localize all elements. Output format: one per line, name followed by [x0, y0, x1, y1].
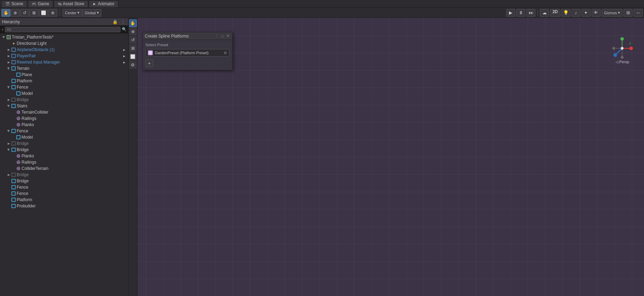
- terrain-cube-icon: [11, 66, 16, 71]
- global-arrow-icon: ▾: [97, 10, 99, 15]
- tree-item-planks1[interactable]: ▶ Planks: [0, 122, 128, 128]
- tree-item-fence1[interactable]: ▶ Fence: [0, 84, 128, 90]
- tree-item-railings2[interactable]: ▶ Railings: [0, 159, 128, 165]
- tree-item-bridge-gray1[interactable]: ▶ Bridge: [0, 97, 128, 103]
- tree-item-platform1[interactable]: ▶ Platform: [0, 78, 128, 84]
- tab-animator[interactable]: ► Animator: [89, 0, 118, 7]
- tree-item-bridge-gray3[interactable]: ▶ Bridge: [0, 172, 128, 178]
- scene-view[interactable]: ✋ ⊕ ↺ ⊞ ⬜ ⚙ Create Spline Platforms ⋮ □ …: [128, 18, 644, 296]
- hierarchy-search-icon[interactable]: 🔍: [122, 27, 127, 32]
- dialog-add-button[interactable]: +: [145, 59, 153, 67]
- pivot-toggle[interactable]: Center ▾: [62, 9, 82, 17]
- hierarchy-tree: ▶ Tristan_PlatformTests* ▶ ☀ Directional…: [0, 33, 128, 296]
- bridge1-arrow-icon: ▶: [7, 147, 10, 152]
- tree-item-tristan[interactable]: ▶ Tristan_PlatformTests*: [0, 34, 128, 40]
- fence4-label: Fence: [17, 191, 28, 196]
- tree-item-bridge1[interactable]: ▶ Bridge: [0, 147, 128, 153]
- lightbulb-btn[interactable]: 💡: [561, 9, 570, 17]
- game-tab-label: Game: [38, 1, 49, 6]
- tree-item-rewired[interactable]: ▶ Rewired Input Manager ►: [0, 59, 128, 65]
- tree-item-model2[interactable]: ▶ Model: [0, 134, 128, 140]
- svg-rect-11: [12, 104, 15, 108]
- tree-item-terrain-collider[interactable]: ▶ TerrainCollider: [0, 109, 128, 115]
- tree-item-railings1[interactable]: ▶ Railings: [0, 115, 128, 122]
- multi-tool-btn[interactable]: ⊕: [48, 9, 57, 17]
- tree-item-airplane-obstacle[interactable]: ▶ AirplaneObstacle (1) ►: [0, 47, 128, 53]
- visibility-btn[interactable]: 👁: [592, 9, 601, 17]
- toolbar-sep-2: [537, 9, 538, 16]
- svg-rect-21: [12, 148, 15, 151]
- rotate-tool-btn[interactable]: ↺: [20, 9, 29, 17]
- 2d-toggle-btn[interactable]: 2D: [550, 9, 560, 17]
- dialog-maximize-icon[interactable]: □: [220, 33, 224, 39]
- bridge-gray2-label: Bridge: [17, 141, 29, 146]
- step-button[interactable]: ⏭: [526, 9, 535, 17]
- gizmos-arrow-icon: ▾: [618, 10, 620, 15]
- hand-tool-btn[interactable]: ✋: [1, 9, 10, 17]
- move-tool-btn[interactable]: ⊕: [11, 9, 20, 17]
- scene-scale-btn[interactable]: ⊞: [129, 44, 137, 52]
- add-hierarchy-btn[interactable]: +: [1, 27, 3, 32]
- scene-rotate-btn[interactable]: ↺: [129, 36, 137, 44]
- scene-move-btn[interactable]: ⊕: [129, 28, 137, 35]
- tree-item-collider-terrain[interactable]: ▶ ColliderTerrain: [0, 165, 128, 172]
- scene-settings-btn[interactable]: ⚙: [129, 61, 137, 69]
- terrain-collider-label: TerrainCollider: [22, 110, 48, 115]
- tree-item-player-pair[interactable]: ▶ PlayerPair ►: [0, 53, 128, 59]
- bridge1-cube-icon: [11, 147, 16, 152]
- tree-item-fence2[interactable]: ▶ Fence: [0, 128, 128, 134]
- svg-rect-28: [12, 173, 15, 176]
- svg-rect-3: [12, 54, 15, 58]
- svg-point-25: [18, 162, 19, 163]
- global-toggle[interactable]: Global ▾: [82, 9, 101, 17]
- scale-tool-btn[interactable]: ⊠: [30, 9, 39, 17]
- tree-item-bridge-gray2[interactable]: ▶ Bridge: [0, 140, 128, 147]
- svg-point-37: [620, 37, 624, 41]
- toolbar-right-section: ▶ ⏸ ⏭ ☁ 2D 💡 ♪ ✦ 👁 Gizmos ▾ ⊞ ↔: [506, 9, 643, 17]
- tree-item-plane[interactable]: ▶ Plane: [0, 72, 128, 78]
- tree-item-probuilder[interactable]: ▶ Probuilder: [0, 203, 128, 209]
- rect-tool-btn[interactable]: ⬜: [39, 9, 48, 17]
- tab-game[interactable]: 🎮 Game: [28, 0, 53, 7]
- tree-item-model1[interactable]: ▶ Model: [0, 90, 128, 97]
- cloud-button[interactable]: ☁: [540, 9, 549, 17]
- hierarchy-menu-icon[interactable]: ⋮: [120, 19, 126, 24]
- dialog-preset-item[interactable]: GardenPreset (Platform Preset) ⚙: [145, 49, 229, 57]
- audio-btn[interactable]: ♪: [571, 9, 580, 17]
- plane-label: Plane: [22, 72, 32, 77]
- tree-item-directional-light[interactable]: ▶ ☀ Directional Light: [0, 40, 128, 47]
- fence1-cube-icon: [11, 85, 16, 90]
- tree-item-bridge2[interactable]: ▶ Bridge: [0, 178, 128, 184]
- platform1-label: Platform: [17, 79, 32, 83]
- tree-item-planks2[interactable]: ▶ Planks: [0, 153, 128, 159]
- hierarchy-search-input[interactable]: [5, 27, 120, 32]
- svg-point-35: [150, 52, 151, 54]
- dialog-menu-icon[interactable]: ⋮: [214, 33, 219, 39]
- airplane-cube-icon: [11, 47, 16, 52]
- scene-hand-btn[interactable]: ✋: [129, 19, 137, 27]
- effects-btn[interactable]: ✦: [582, 9, 591, 17]
- scene-rect-btn[interactable]: ⬜: [129, 53, 137, 60]
- tree-item-fence3[interactable]: ▶ Fence: [0, 184, 128, 190]
- persp-label[interactable]: ◁ Persp: [616, 60, 629, 64]
- svg-rect-5: [12, 67, 15, 70]
- tree-item-fence4[interactable]: ▶ Fence: [0, 190, 128, 197]
- tree-item-platform2[interactable]: ▶ Platform: [0, 197, 128, 203]
- layout-btn[interactable]: ↔: [634, 9, 643, 17]
- tree-item-stairs[interactable]: ▶ Stairs: [0, 103, 128, 109]
- tab-scene[interactable]: 🎬 Scene: [1, 0, 27, 7]
- hierarchy-lock-icon[interactable]: 🔒: [112, 19, 118, 24]
- layers-btn[interactable]: ⊞: [624, 9, 633, 17]
- svg-point-15: [18, 118, 19, 119]
- rewired-expand-icon: ►: [123, 60, 128, 64]
- gizmos-btn[interactable]: Gizmos ▾: [602, 9, 622, 17]
- svg-point-13: [18, 112, 19, 113]
- tree-item-terrain[interactable]: ▶ Terrain: [0, 65, 128, 72]
- play-button[interactable]: ▶: [506, 9, 515, 17]
- railings2-icon: [16, 160, 21, 165]
- dialog-close-icon[interactable]: ✕: [226, 33, 230, 39]
- bridge1-label: Bridge: [17, 147, 29, 152]
- pause-button[interactable]: ⏸: [516, 9, 525, 17]
- preset-settings-icon[interactable]: ⚙: [224, 51, 227, 55]
- tab-asset-store[interactable]: 🛍 Asset Store: [54, 0, 88, 7]
